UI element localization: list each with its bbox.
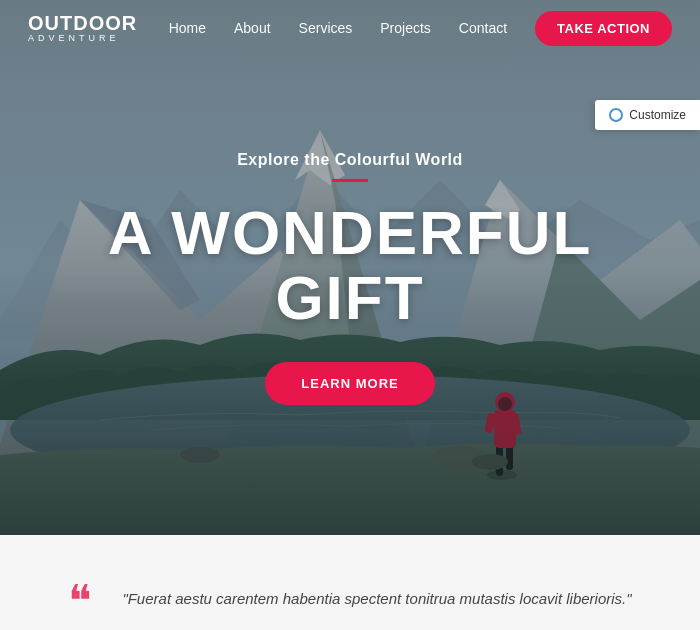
take-action-button[interactable]: TAKE ACTION xyxy=(535,11,672,46)
hero-subtitle: Explore the Colourful World xyxy=(40,150,660,168)
nav-item-services[interactable]: Services xyxy=(299,19,353,37)
hero-title-line1: A WONDERFUL xyxy=(108,197,593,266)
nav-item-projects[interactable]: Projects xyxy=(380,19,431,37)
nav-link-about[interactable]: About xyxy=(234,20,271,36)
nav-links: Home About Services Projects Contact TAK… xyxy=(169,19,672,37)
nav-item-about[interactable]: About xyxy=(234,19,271,37)
logo-tagline: ADVENTURE xyxy=(28,34,137,43)
quote-section: ❝ "Fuerat aestu carentem habentia specte… xyxy=(0,535,700,630)
customize-button[interactable]: Customize xyxy=(595,100,700,130)
hero-content: Explore the Colourful World A WONDERFUL … xyxy=(0,150,700,404)
logo-name: OUTDOOR xyxy=(28,13,137,33)
logo[interactable]: OUTDOOR ADVENTURE xyxy=(28,13,137,43)
nav-item-home[interactable]: Home xyxy=(169,19,206,37)
hero-divider xyxy=(332,178,368,181)
globe-icon xyxy=(609,108,623,122)
nav-link-projects[interactable]: Projects xyxy=(380,20,431,36)
nav-link-home[interactable]: Home xyxy=(169,20,206,36)
nav-link-services[interactable]: Services xyxy=(299,20,353,36)
hero-title: A WONDERFUL GIFT xyxy=(40,199,660,329)
hero-title-line2: GIFT xyxy=(275,263,424,332)
quote-icon: ❝ xyxy=(68,579,92,623)
quote-text: "Fuerat aestu carentem habentia spectent… xyxy=(122,587,631,612)
hero-section: Customize Explore the Colourful World A … xyxy=(0,0,700,535)
nav-item-contact[interactable]: Contact xyxy=(459,19,507,37)
navbar: OUTDOOR ADVENTURE Home About Services Pr… xyxy=(0,0,700,56)
customize-label: Customize xyxy=(629,108,686,122)
nav-link-contact[interactable]: Contact xyxy=(459,20,507,36)
learn-more-button[interactable]: LEARN MORE xyxy=(265,362,434,405)
nav-cta-item[interactable]: TAKE ACTION xyxy=(535,19,672,37)
